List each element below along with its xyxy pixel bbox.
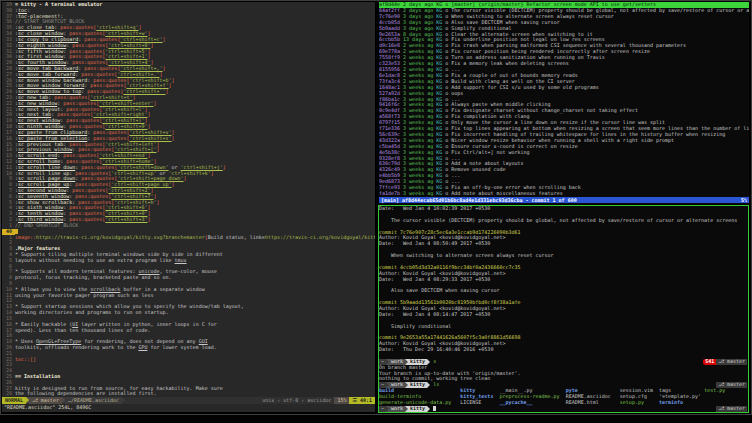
- prompt-path-segment: ~: [379, 406, 386, 412]
- vim-command-line[interactable]: "README.asciidoc" 254L, 8496C: [2, 404, 375, 410]
- text-cursor: [15, 229, 18, 234]
- prompt-path-segment: kitty: [408, 406, 427, 412]
- tig-status-text: [main] af8d44ecab65d01b6bc8ad4e1d331ebc9…: [381, 197, 577, 203]
- editor-buffer: 39= kitty - A terminal emulator38:toc:37…: [2, 2, 375, 397]
- tig-commit-list: af8d44e 2 days ago KG o [master] {origin…: [379, 2, 749, 197]
- kitty-terminal-window: 39= kitty - A terminal emulator38:toc:37…: [0, 0, 752, 423]
- git-branch-indicator: ⎇ master: [29, 397, 62, 404]
- shell-terminal-pane[interactable]: Date: Wed Jan 4 10:02:39 2017 +0530 The …: [378, 205, 749, 413]
- git-branch-indicator: ⎇ master: [716, 406, 747, 412]
- powerline-arrow-icon: [122, 397, 125, 403]
- shell-prompt-line[interactable]: ~workkitty ⎇ master: [379, 406, 748, 412]
- typed-command[interactable]: s: [433, 359, 436, 364]
- cursor-position: ☰ 40:1: [349, 397, 375, 404]
- file-encoding-info: unix ‹ utf-8 ‹ asciidoc: [259, 397, 334, 404]
- vim-mode-indicator: NORMAL: [2, 397, 26, 404]
- prompt-path-segment: work: [389, 406, 405, 412]
- scroll-percent: 15%: [334, 397, 349, 404]
- tig-scroll-percent: 5%: [741, 197, 747, 203]
- right-prompt: ⎇ master: [716, 406, 747, 412]
- vim-statusline: NORMAL ⎇ master …/README.asciidoc unix ‹…: [2, 397, 375, 404]
- terminal-cursor: [433, 406, 436, 411]
- current-file-path: …/README.asciidoc: [65, 397, 122, 404]
- tig-log-pane[interactable]: af8d44e 2 days ago KG o [master] {origin…: [379, 2, 749, 204]
- typed-command[interactable]: ls: [433, 382, 439, 387]
- vim-editor-pane[interactable]: 39= kitty - A terminal emulator38:toc:37…: [2, 2, 375, 412]
- tig-statusbar: [main] af8d44ecab65d01b6bc8ad4e1d331ebc9…: [379, 197, 749, 203]
- editor-line[interactable]: 1image::https://travis-ci.org/kovidgoyal…: [2, 235, 375, 241]
- shell-scrollback: Date: Wed Jan 4 10:02:39 2017 +0530 The …: [379, 206, 748, 412]
